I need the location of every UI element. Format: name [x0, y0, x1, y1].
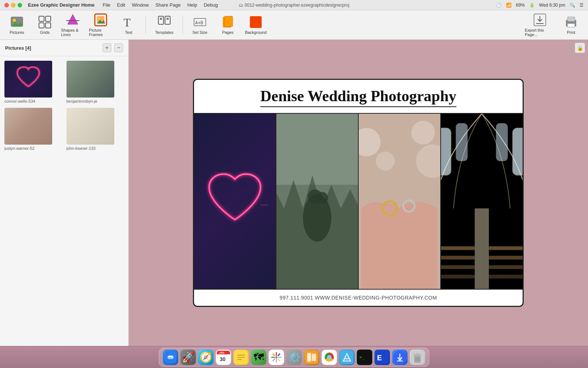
dock-item-safari[interactable]: 🧭 [198, 350, 214, 365]
svg-point-34 [316, 192, 328, 204]
svg-rect-3 [39, 16, 44, 21]
remove-picture-button[interactable]: − [114, 43, 123, 52]
toolbar-frames[interactable]: Picture Frames [87, 13, 114, 38]
svg-rect-46 [456, 123, 467, 161]
footer-text: 997.111.9001 WWW.DENISE-WEDDING-PHOTOGRA… [280, 295, 437, 301]
svg-rect-44 [441, 128, 451, 176]
canvas-photo-2 [276, 114, 359, 289]
menu-debug[interactable]: Debug [204, 2, 218, 8]
canvas-photo-4 [441, 114, 523, 289]
svg-rect-21 [225, 16, 233, 26]
svg-rect-52 [441, 265, 475, 269]
title-bar-right: 🕐 📶 69% 🔋 Wed 6:30 pm 🔍 ☰ [496, 3, 584, 8]
svg-rect-47 [496, 123, 508, 161]
file-title: 0012-wedding-photographer.ezeegraphicdes… [245, 3, 349, 8]
menu-share-page[interactable]: Share Page [155, 2, 181, 8]
dock-item-xcode[interactable] [339, 350, 355, 365]
list-item[interactable]: benjaminrobyn-je [67, 61, 124, 103]
setsize-label: Set Size [193, 30, 208, 35]
toolbar-setsize[interactable]: A×B Set Size [187, 13, 213, 38]
dock-item-chrome[interactable] [322, 350, 337, 365]
menu-help[interactable]: Help [187, 2, 197, 8]
svg-text:T: T [123, 16, 131, 29]
dock-item-settings[interactable]: ⚙️ [286, 350, 302, 365]
canvas-title: Denise Wedding Photography [260, 87, 456, 107]
svg-point-61 [170, 357, 173, 359]
canvas-header: Denise Wedding Photography [194, 80, 523, 114]
svg-rect-27 [567, 24, 575, 27]
toolbar-pages[interactable]: Pages [215, 13, 241, 38]
background-label: Background [245, 30, 267, 35]
templates-label: Templates [155, 30, 173, 35]
dock-item-rocket[interactable]: 🚀 [180, 350, 196, 365]
dock-item-ezee[interactable]: E [374, 350, 390, 365]
close-button[interactable] [4, 3, 9, 7]
toolbar: Pictures Grids Shapes & Lines [0, 10, 588, 40]
menu-file[interactable]: File [103, 2, 110, 8]
dock-item-trash[interactable] [410, 350, 425, 365]
neon-heart-display [194, 114, 276, 289]
dock-item-photos[interactable] [269, 350, 284, 365]
svg-point-39 [411, 121, 435, 144]
dock-item-finder[interactable] [163, 350, 178, 365]
print-icon [564, 15, 578, 29]
fullscreen-button[interactable] [18, 3, 22, 7]
background-icon [249, 15, 262, 29]
canvas-footer: 997.111.9001 WWW.DENISE-WEDDING-PHOTOGRA… [194, 290, 523, 306]
dock-item-downloads[interactable] [392, 350, 408, 365]
toolbar-export[interactable]: Export this Page... [523, 13, 556, 38]
list-icon[interactable]: ☰ [580, 3, 584, 8]
traffic-lights [4, 3, 22, 7]
menu-window[interactable]: Window [132, 2, 149, 8]
toolbar-text[interactable]: T Text [115, 13, 142, 38]
toolbar-divider-2 [183, 16, 183, 34]
dock-item-maps[interactable]: 🗺 [251, 350, 266, 365]
toolbar-background[interactable]: Background [243, 13, 269, 38]
svg-rect-15 [160, 18, 162, 20]
dock-item-calendar[interactable]: JAN 30 [216, 350, 231, 365]
frames-label: Picture Frames [89, 28, 112, 37]
dock-item-terminal[interactable]: >_ [357, 350, 372, 365]
sidebar-images: connor-wells-534 benjaminrobyn-je justyn… [0, 56, 128, 155]
svg-text:JAN: JAN [219, 351, 224, 354]
dock-item-books[interactable] [304, 350, 319, 365]
list-item[interactable]: connor-wells-534 [4, 61, 62, 103]
dock-item-notes[interactable] [233, 350, 249, 365]
templates-icon [158, 15, 171, 29]
svg-rect-16 [165, 16, 170, 24]
toolbar-print[interactable]: Print [558, 13, 584, 38]
svg-rect-6 [46, 23, 51, 28]
svg-text:E: E [377, 354, 382, 362]
battery-percentage: 69% [516, 3, 525, 8]
svg-rect-75 [312, 354, 316, 361]
canvas-photos [194, 114, 523, 290]
toolbar-pictures[interactable]: Pictures [4, 13, 30, 38]
svg-point-80 [328, 356, 331, 359]
svg-rect-83 [345, 357, 346, 357]
svg-rect-45 [513, 128, 523, 176]
list-item[interactable]: john-towner-133 [67, 108, 124, 151]
add-picture-button[interactable]: + [103, 43, 111, 52]
toolbar-templates[interactable]: Templates [150, 13, 179, 38]
svg-marker-7 [68, 14, 78, 24]
pictures-icon [10, 15, 24, 29]
svg-rect-54 [441, 275, 475, 278]
list-item[interactable]: justyn-warner-52 [4, 108, 62, 151]
design-canvas: Denise Wedding Photography [193, 79, 524, 307]
svg-rect-50 [441, 256, 475, 259]
sidebar-header: Pictures [4] + − [0, 40, 128, 56]
canvas-area: 🔒 Denise Wedding Photography [129, 40, 588, 346]
dock-area: 🚀 🧭 JAN 30 🗺 [0, 346, 588, 368]
toolbar-shapes[interactable]: Shapes & Lines [60, 13, 86, 38]
minimize-button[interactable] [11, 3, 15, 7]
title-bar-center: 🗂 0012-wedding-photographer.ezeegraphicd… [239, 3, 349, 8]
lock-button[interactable]: 🔒 [575, 43, 585, 53]
grids-icon [38, 15, 51, 29]
toolbar-divider-1 [146, 16, 146, 34]
battery-icon: 🔋 [529, 3, 535, 8]
search-icon[interactable]: 🔍 [570, 3, 575, 8]
toolbar-grids[interactable]: Grids [32, 13, 58, 38]
svg-rect-56 [475, 208, 489, 289]
setsize-icon: A×B [193, 15, 207, 29]
menu-edit[interactable]: Edit [117, 2, 125, 8]
